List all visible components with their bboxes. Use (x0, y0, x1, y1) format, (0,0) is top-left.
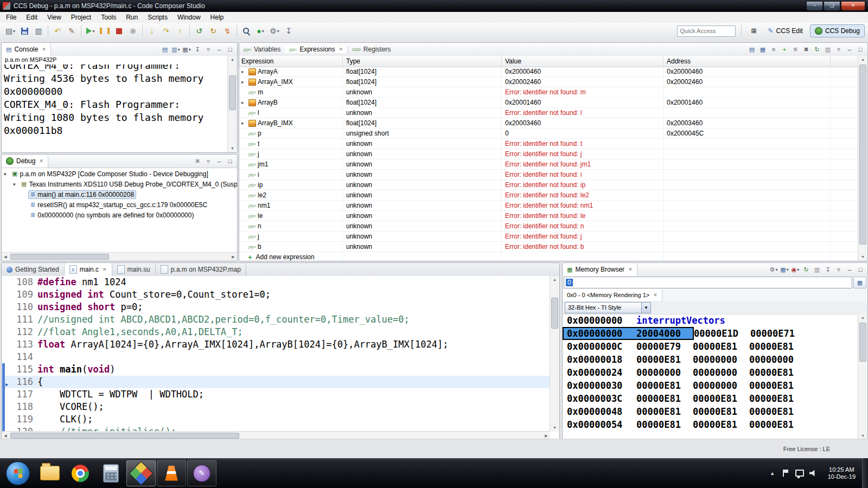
memory-address[interactable]: 0x00000048 (563, 406, 636, 417)
menu-file[interactable]: File (1, 12, 21, 23)
tab-variables[interactable]: (x)=Variables (239, 46, 285, 53)
memory-address[interactable]: 0x00000054 (563, 419, 636, 430)
graphics-app-icon[interactable]: ✎ (187, 460, 216, 486)
view-menu-icon[interactable]: ▿ (834, 265, 844, 274)
code-line[interactable]: ▶116{ (2, 376, 550, 388)
tree-expand-icon[interactable]: ▾ (13, 182, 19, 187)
tab-expressions[interactable]: (x)=Expressions✕ (285, 46, 348, 53)
column-header-address[interactable]: Address (663, 56, 831, 67)
expand-icon[interactable]: ▸ (241, 79, 247, 85)
minimize-window-button[interactable]: – (806, 1, 823, 11)
flash-icon[interactable]: ↯ (220, 24, 234, 37)
show-logical-structure-icon[interactable]: ▦ (758, 44, 768, 54)
memory-value[interactable]: 00000E1D (694, 328, 750, 339)
new-file-icon[interactable]: ▤▾ (3, 24, 17, 37)
scroll-thumb[interactable] (10, 254, 109, 260)
remove-expression-icon[interactable]: ✖ (790, 44, 800, 54)
perspective-ccs-edit[interactable]: ✎CCS Edit (763, 24, 808, 37)
chevron-down-icon[interactable]: ▼ (641, 303, 650, 313)
memory-address[interactable]: 0x00000030 (563, 380, 636, 391)
scroll-down-icon[interactable]: ▼ (858, 253, 867, 261)
expression-row[interactable]: ▸ArrayBfloat[1024]0x200014600x20001460 (239, 98, 858, 108)
pin-icon[interactable]: ↧ (282, 24, 296, 37)
memory-value[interactable]: 00000E71 (750, 328, 807, 339)
debug-tree-row[interactable]: ≣main() at main.c:116 0x00000208 (2, 189, 237, 200)
console-scrollbar[interactable]: ▲ ▼ (227, 56, 237, 152)
memory-value[interactable]: 00000E81 (749, 406, 806, 417)
scroll-thumb[interactable] (229, 75, 236, 110)
memory-value[interactable]: 00000000 (636, 367, 693, 378)
step-into-icon[interactable]: ↓ (145, 24, 159, 37)
disconnect-icon[interactable]: ⊗ (126, 24, 140, 37)
pin-icon[interactable]: ↧ (823, 265, 833, 274)
scroll-thumb[interactable] (10, 433, 239, 439)
file-explorer-icon[interactable] (35, 460, 65, 486)
debug-tree-row[interactable]: ≣resetISR() at msp432_startup_ccs_gcc.c:… (2, 200, 237, 210)
expressions-scrollbar[interactable]: ▲ ▼ (858, 56, 867, 261)
search-icon[interactable] (239, 24, 253, 37)
close-memory-tab-icon[interactable]: ✕ (628, 267, 633, 272)
expression-row[interactable]: (x)=jm1unknownError: identifier not foun… (239, 159, 858, 170)
perspective-ccs-debug[interactable]: CCS Debug (810, 24, 865, 37)
memory-value[interactable]: 00000000 (693, 380, 749, 391)
menu-window[interactable]: Window (173, 12, 206, 23)
scroll-up-icon[interactable]: ▲ (858, 314, 867, 322)
memory-value[interactable]: 00000E81 (636, 406, 693, 417)
step-return-icon[interactable]: ↑ (173, 24, 187, 37)
code-line[interactable]: 117 WDTCTL = WDTPW | WDTHOLD; (2, 388, 550, 401)
memory-value[interactable]: 00000000 (749, 354, 806, 365)
tab-console[interactable]: ▤ Console ✕ (2, 43, 51, 56)
close-tab-icon[interactable]: ✕ (339, 47, 343, 52)
memory-value[interactable]: 00000E81 (636, 354, 693, 365)
scroll-up-icon[interactable]: ▲ (858, 56, 867, 63)
editor-code[interactable]: 108#define nm1 1024109unsigned int Count… (2, 276, 550, 432)
memory-value[interactable]: 00000E81 (693, 419, 749, 430)
scroll-thumb[interactable] (551, 298, 558, 329)
memory-value[interactable]: 00000E81 (636, 393, 693, 404)
column-header-type[interactable]: Type (343, 56, 502, 67)
debug-tree-row[interactable]: ▾▣p.a.m on MSP432P [Code Composer Studio… (2, 169, 237, 179)
minimize-icon[interactable]: – (845, 265, 854, 274)
menu-help[interactable]: Help (206, 12, 229, 23)
scroll-up-icon[interactable]: ▲ (228, 56, 237, 63)
expression-row[interactable]: ▸ArrayB_IMXfloat[1024]0x200034600x200034… (239, 118, 858, 129)
memory-address[interactable]: 0x0000000C (563, 341, 636, 352)
scroll-right-icon[interactable]: ▶ (229, 253, 237, 261)
memory-value[interactable]: 00000E81 (749, 380, 806, 391)
show-type-names-icon[interactable]: ▤ (747, 44, 757, 54)
memory-value[interactable]: 00000E81 (749, 393, 806, 404)
code-line[interactable]: 115int main(void) (2, 363, 550, 376)
debug-hscrollbar[interactable]: ◀ ▶ (2, 252, 237, 261)
add-expression-icon[interactable]: + (780, 44, 789, 54)
expression-row[interactable]: (x)=bunknownError: identifier not found:… (239, 242, 858, 252)
expression-row[interactable]: (x)=nm1unknownError: identifier not foun… (239, 201, 858, 211)
expression-row[interactable]: (x)=leunknownError: identifier not found… (239, 211, 858, 221)
pin-console-icon[interactable]: ↧ (193, 44, 202, 54)
close-debug-tab-icon[interactable]: ✕ (39, 158, 43, 164)
quick-access-input[interactable] (677, 25, 736, 37)
expression-row[interactable]: (x)=le2unknownError: identifier not foun… (239, 190, 858, 201)
memory-value[interactable]: 00000E81 (636, 380, 693, 391)
close-console-tab-icon[interactable]: ✕ (42, 47, 46, 52)
export-icon[interactable]: ▥ (823, 44, 833, 54)
expression-row[interactable]: (x)=iunknownError: identifier not found:… (239, 170, 858, 180)
column-header-value[interactable]: Value (502, 56, 663, 67)
calculator-icon[interactable] (96, 460, 125, 486)
gear-icon[interactable]: ⚙▾ (267, 24, 282, 37)
memory-address[interactable]: 0x00000018 (563, 354, 636, 365)
volume-icon[interactable] (809, 469, 818, 478)
refresh-icon[interactable]: ↻ (801, 265, 811, 274)
memory-address[interactable]: 0x0000003C (563, 393, 636, 404)
memory-value[interactable]: 00000000 (693, 354, 749, 365)
minimize-icon[interactable]: – (845, 44, 854, 54)
memory-value[interactable]: 00000E81 (693, 393, 749, 404)
maximize-window-button[interactable]: ❏ (824, 1, 840, 11)
scroll-thumb[interactable] (859, 323, 866, 362)
tree-expand-icon[interactable]: ▾ (4, 171, 10, 177)
remove-all-expressions-icon[interactable]: ✖ (801, 44, 811, 54)
memory-scrollbar[interactable]: ▲ ▼ (858, 314, 867, 440)
view-menu-icon[interactable]: ▿ (834, 44, 844, 54)
code-line[interactable]: 110unsigned short p=0; (2, 301, 550, 313)
debug-tree-row[interactable]: ▾▦Texas Instruments XDS110 USB Debug Pro… (2, 179, 237, 189)
memory-address[interactable]: 0x00000000 (564, 328, 636, 339)
